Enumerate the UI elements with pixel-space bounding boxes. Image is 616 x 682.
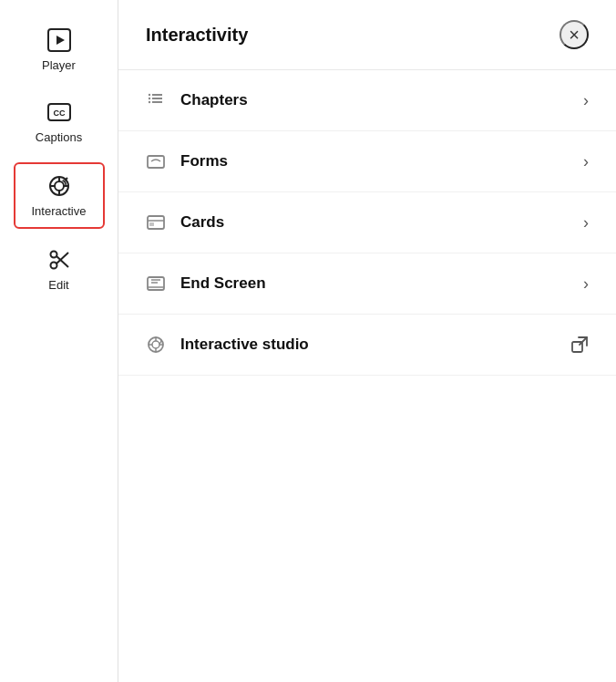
menu-item-interactive-studio[interactable]: Interactive studio (118, 315, 616, 376)
menu-item-cards[interactable]: Cards › (118, 192, 616, 253)
sidebar-item-edit-label: Edit (48, 278, 68, 292)
sidebar-item-captions-label: Captions (36, 130, 82, 144)
menu-item-chapters-label: Chapters (180, 91, 569, 109)
menu-item-forms[interactable]: Forms › (118, 131, 616, 192)
chapters-arrow-icon: › (583, 91, 589, 110)
menu-item-end-screen-label: End Screen (180, 274, 569, 293)
close-button[interactable]: × (560, 20, 589, 49)
svg-marker-1 (56, 36, 65, 45)
panel-title: Interactivity (146, 25, 248, 46)
svg-line-42 (580, 337, 587, 345)
svg-point-36 (152, 341, 159, 348)
forms-icon (146, 151, 166, 171)
interactive-icon (46, 173, 72, 199)
panel-header: Interactivity × (118, 0, 616, 70)
svg-point-23 (149, 101, 150, 103)
menu-item-interactive-studio-label: Interactive studio (180, 336, 556, 354)
external-link-icon (570, 336, 589, 354)
sidebar: Player CC Captions Interactive (0, 0, 118, 682)
sidebar-item-interactive[interactable]: Interactive (14, 162, 105, 229)
edit-icon (46, 247, 72, 273)
sidebar-item-captions[interactable]: CC Captions (14, 90, 105, 153)
svg-point-5 (55, 181, 64, 191)
menu-item-end-screen[interactable]: End Screen › (118, 253, 616, 315)
menu-item-chapters[interactable]: Chapters › (118, 70, 616, 131)
svg-text:CC: CC (53, 108, 65, 118)
end-screen-arrow-icon: › (583, 274, 589, 294)
cards-icon (146, 212, 166, 232)
interactive-studio-icon (146, 335, 166, 355)
menu-item-forms-label: Forms (180, 152, 569, 170)
svg-rect-27 (148, 156, 164, 168)
sidebar-item-interactive-label: Interactive (32, 204, 87, 218)
svg-rect-30 (149, 222, 154, 226)
sidebar-item-player[interactable]: Player (14, 18, 105, 81)
svg-point-21 (149, 94, 150, 96)
end-screen-icon (146, 274, 166, 294)
player-icon (46, 27, 72, 53)
forms-arrow-icon: › (583, 152, 589, 171)
menu-item-cards-label: Cards (180, 213, 569, 232)
cards-arrow-icon: › (583, 213, 589, 232)
sidebar-item-edit[interactable]: Edit (14, 238, 105, 301)
svg-rect-31 (148, 277, 164, 290)
menu-list: Chapters › Forms › Cards (118, 70, 616, 376)
svg-point-22 (149, 98, 150, 99)
captions-icon: CC (46, 99, 72, 125)
chapters-icon (146, 90, 166, 110)
sidebar-item-player-label: Player (42, 58, 76, 72)
main-panel: Interactivity × (118, 0, 616, 682)
